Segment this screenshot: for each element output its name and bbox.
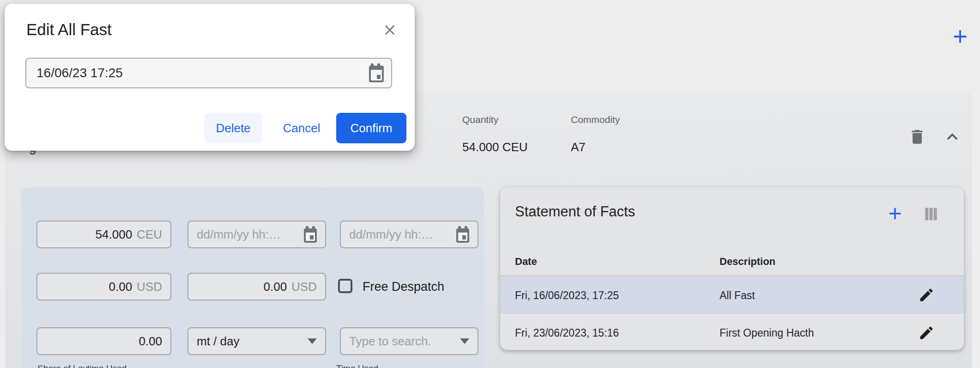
- date-column-header: Date: [515, 256, 537, 268]
- row-date: Fri, 16/06/2023, 17:25: [515, 289, 619, 301]
- confirm-button[interactable]: Confirm: [336, 113, 406, 143]
- cancel-button[interactable]: Cancel: [276, 113, 327, 143]
- row-description: First Opening Hacth: [720, 327, 814, 339]
- table-row[interactable]: Fri, 23/06/2023, 15:16 First Opening Hac…: [500, 316, 964, 350]
- chevron-down-icon: [460, 338, 469, 344]
- statement-of-facts-panel: Statement of Facts Date Description Fri,…: [500, 187, 964, 350]
- pencil-icon: [918, 298, 935, 305]
- delete-cargo-button[interactable]: [908, 128, 926, 146]
- edit-row-button[interactable]: [918, 287, 935, 303]
- rule-select[interactable]: mt / day: [188, 327, 326, 355]
- table-row[interactable]: Fri, 16/06/2023, 17:25 All Fast: [500, 276, 964, 314]
- statement-of-facts-title: Statement of Facts: [515, 203, 635, 220]
- plus-icon: [885, 218, 905, 225]
- laydays-commence-placeholder: dd/mm/yy hh:…: [197, 227, 304, 242]
- quantity-value: 54.000 CEU: [462, 140, 528, 154]
- column-settings-button[interactable]: [922, 205, 940, 223]
- quantity-label: Quantity: [462, 114, 498, 125]
- despatch-rate-unit: USD: [291, 280, 317, 294]
- calendar-icon[interactable]: [456, 228, 469, 243]
- close-button[interactable]: [382, 21, 398, 37]
- row-date: Fri, 23/06/2023, 15:16: [515, 327, 619, 339]
- dialog-title: Edit All Fast: [26, 20, 112, 39]
- loading-rate-input[interactable]: 0.00: [36, 327, 171, 355]
- cargo-quantity-value: 54.000: [96, 227, 133, 242]
- commodity-value: A7: [571, 140, 586, 154]
- plus-icon: [950, 42, 971, 49]
- pencil-icon: [918, 336, 935, 343]
- laytime-term-select[interactable]: Type to search.: [340, 327, 478, 355]
- row-description: All Fast: [720, 289, 755, 301]
- cargo-quantity-unit: CEU: [137, 227, 162, 242]
- collapse-section-button[interactable]: [942, 126, 963, 147]
- delete-button[interactable]: Delete: [204, 113, 262, 143]
- edit-all-fast-dialog: Edit All Fast 16/06/23 17:25 Delete Canc…: [5, 4, 415, 151]
- despatch-rate-value: 0.00: [263, 280, 287, 294]
- laydays-commence-input[interactable]: dd/mm/yy hh:…: [188, 221, 326, 248]
- demurrage-rate-input[interactable]: 0.00 USD: [36, 273, 171, 301]
- time-used-label: Time Used: [336, 363, 378, 368]
- laytime-term-placeholder: Type to search.: [349, 334, 460, 349]
- chevron-down-icon: [308, 338, 317, 344]
- laytime-calculator-page: g Quantity 54.000 CEU Commodity A7 Cargo…: [0, 0, 980, 368]
- demurrage-rate-unit: USD: [137, 280, 162, 294]
- datetime-value: 16/06/23 17:25: [36, 66, 123, 80]
- rule-value: mt / day: [197, 334, 239, 349]
- add-sof-event-button[interactable]: [885, 204, 905, 223]
- demurrage-rate-value: 0.00: [109, 280, 132, 294]
- commodity-label: Commodity: [571, 114, 620, 125]
- calendar-icon[interactable]: [369, 66, 384, 82]
- free-despatch-checkbox[interactable]: [338, 279, 352, 293]
- laydays-cancelling-placeholder: dd/mm/yy hh:…: [349, 227, 456, 242]
- trash-icon: [908, 141, 926, 147]
- despatch-rate-input[interactable]: 0.00 USD: [188, 273, 326, 301]
- cargo-quantity-input[interactable]: 54.000 CEU: [36, 221, 171, 248]
- close-icon: [382, 31, 397, 38]
- columns-icon: [922, 217, 940, 224]
- chevron-up-icon: [942, 142, 963, 149]
- share-of-laytime-used-label: Share of Laytime Used: [37, 363, 127, 368]
- loading-rate-value: 0.00: [139, 334, 162, 349]
- free-despatch-label: Free Despatch: [363, 280, 444, 294]
- laydays-cancelling-input[interactable]: dd/mm/yy hh:…: [340, 221, 478, 248]
- calendar-icon[interactable]: [304, 228, 317, 243]
- description-column-header: Description: [720, 256, 775, 268]
- add-button[interactable]: [950, 26, 971, 47]
- edit-row-button[interactable]: [918, 325, 935, 341]
- datetime-input[interactable]: 16/06/23 17:25: [25, 58, 392, 88]
